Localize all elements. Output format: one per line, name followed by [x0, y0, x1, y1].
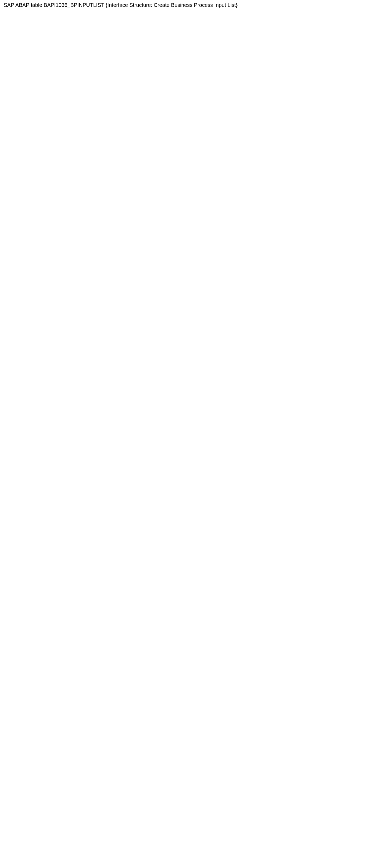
page-title: SAP ABAP table BAPI1036_BPINPUTLIST {Int…	[0, 0, 374, 10]
